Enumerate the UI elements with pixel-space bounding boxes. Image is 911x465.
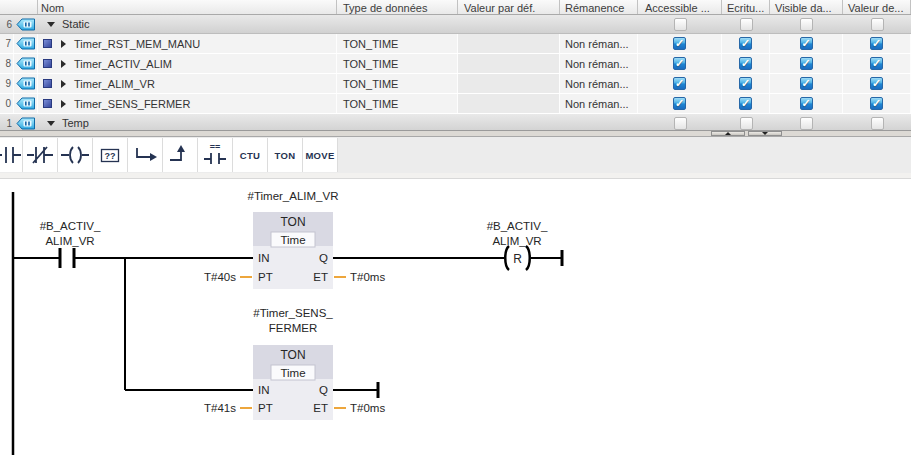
- checkbox-ecriture[interactable]: ✓: [739, 57, 752, 70]
- timer1-block[interactable]: TON Time IN Q PT ET: [253, 212, 333, 289]
- splitter-collapse-up-button[interactable]: [711, 131, 745, 136]
- tag-icon: [14, 94, 38, 113]
- checkbox-ecriture[interactable]: [740, 117, 753, 130]
- timer2-block[interactable]: TON Time IN Q PT ET: [253, 345, 333, 420]
- table-row-timer[interactable]: 0 Timer_SENS_FERMER TON_TIME Non réman..…: [0, 94, 911, 114]
- header-type[interactable]: Type de données: [337, 0, 458, 14]
- checkbox-ecriture[interactable]: ✓: [739, 77, 752, 90]
- contact-operand[interactable]: ALIM_VR: [45, 235, 94, 247]
- coil-operand[interactable]: ALIM_VR: [492, 235, 541, 247]
- checkbox-accessible[interactable]: ✓: [673, 37, 686, 50]
- timer2-pt-value[interactable]: T#41s: [204, 402, 236, 414]
- checkbox-valeur[interactable]: [871, 117, 884, 130]
- header-remanence[interactable]: Rémanence: [560, 0, 638, 14]
- insert-move-button[interactable]: MOVE: [303, 138, 338, 172]
- var-type[interactable]: TON_TIME: [337, 94, 458, 113]
- header-valeur-def[interactable]: Valeur par déf.: [458, 0, 560, 14]
- struct-icon: [43, 99, 52, 108]
- var-type[interactable]: TON_TIME: [337, 74, 458, 93]
- checkbox-accessible[interactable]: ✓: [673, 77, 686, 90]
- expand-icon[interactable]: [61, 100, 66, 108]
- var-name[interactable]: Timer_ACTIV_ALIM: [74, 58, 172, 70]
- checkbox-accessible[interactable]: [674, 117, 687, 130]
- insert-ton-button[interactable]: TON: [268, 138, 303, 172]
- coil-operand[interactable]: #B_ACTIV_: [487, 220, 548, 232]
- checkbox-valeur[interactable]: ✓: [870, 57, 883, 70]
- header-nom[interactable]: Nom: [38, 0, 337, 14]
- checkbox-valeur[interactable]: ✓: [870, 97, 883, 110]
- open-branch-button[interactable]: [128, 138, 163, 172]
- check-icon: ✓: [801, 38, 810, 48]
- header-valeur-de[interactable]: Valeur de...: [843, 0, 911, 14]
- timer2-et-value[interactable]: T#0ms: [350, 402, 385, 414]
- insert-no-contact-button[interactable]: [0, 138, 23, 172]
- check-icon: ✓: [801, 58, 810, 68]
- timer2-type: TON: [280, 348, 305, 362]
- var-type[interactable]: TON_TIME: [337, 34, 458, 53]
- table-row-timer[interactable]: 8 Timer_ACTIV_ALIM TON_TIME Non réman...…: [0, 54, 911, 74]
- pane-splitter[interactable]: [0, 130, 911, 137]
- var-name[interactable]: Timer_RST_MEM_MANU: [74, 38, 200, 50]
- insert-compare-contact-button[interactable]: ==: [198, 138, 233, 172]
- checkbox-ecriture[interactable]: [740, 18, 753, 31]
- checkbox-accessible[interactable]: ✓: [673, 57, 686, 70]
- insert-coil-button[interactable]: [58, 138, 93, 172]
- section-name: Static: [62, 18, 90, 30]
- timer2-time-type: Time: [280, 367, 305, 379]
- reset-coil[interactable]: R: [505, 246, 530, 270]
- contact-operand[interactable]: #B_ACTIV_: [40, 220, 101, 232]
- checkbox-accessible[interactable]: [674, 18, 687, 31]
- table-row-static[interactable]: 6 Static: [0, 15, 911, 34]
- checkbox-ecriture[interactable]: ✓: [739, 37, 752, 50]
- splitter-collapse-down-button[interactable]: [748, 131, 782, 136]
- checkbox-visible[interactable]: [800, 18, 813, 31]
- ladder-network-canvas[interactable]: #B_ACTIV_ ALIM_VR #Timer_ALIM_VR TON Tim…: [0, 179, 911, 465]
- header-visible[interactable]: Visible da...: [770, 0, 843, 14]
- expand-icon[interactable]: [61, 40, 66, 48]
- struct-icon: [43, 79, 52, 88]
- header-ecriture[interactable]: Ecritu...: [722, 0, 770, 14]
- timer1-et-value[interactable]: T#0ms: [350, 271, 385, 283]
- collapse-icon[interactable]: [47, 22, 55, 27]
- expand-icon[interactable]: [61, 60, 66, 68]
- collapse-icon[interactable]: [47, 121, 55, 126]
- arrow-down-icon: [762, 132, 768, 135]
- insert-ctu-button[interactable]: CTU: [233, 138, 268, 172]
- table-row-timer[interactable]: 7 Timer_RST_MEM_MANU TON_TIME Non réman.…: [0, 34, 911, 54]
- pin-q: Q: [319, 252, 328, 264]
- insert-empty-box-button[interactable]: ??: [93, 138, 128, 172]
- checkbox-visible[interactable]: ✓: [800, 77, 813, 90]
- no-contact[interactable]: [60, 248, 74, 268]
- checkbox-visible[interactable]: ✓: [800, 37, 813, 50]
- checkbox-visible[interactable]: [800, 117, 813, 130]
- table-row-timer[interactable]: 9 Timer_ALIM_VR TON_TIME Non réman... ✓ …: [0, 74, 911, 94]
- var-type[interactable]: TON_TIME: [337, 54, 458, 73]
- var-remanence[interactable]: Non réman...: [560, 54, 638, 73]
- checkbox-visible[interactable]: ✓: [800, 57, 813, 70]
- checkbox-accessible[interactable]: ✓: [673, 97, 686, 110]
- timer2-name[interactable]: FERMER: [269, 322, 318, 334]
- insert-nc-contact-button[interactable]: [23, 138, 58, 172]
- var-remanence[interactable]: Non réman...: [560, 94, 638, 113]
- var-remanence[interactable]: Non réman...: [560, 74, 638, 93]
- var-name[interactable]: Timer_ALIM_VR: [74, 78, 155, 90]
- timer1-name[interactable]: #Timer_ALIM_VR: [248, 190, 339, 202]
- header-rownum: [0, 0, 38, 14]
- svg-text:==: ==: [210, 142, 221, 152]
- close-branch-button[interactable]: [163, 138, 198, 172]
- var-remanence[interactable]: Non réman...: [560, 34, 638, 53]
- var-name[interactable]: Timer_SENS_FERMER: [74, 98, 190, 110]
- timer1-pt-value[interactable]: T#40s: [204, 271, 236, 283]
- nc-contact-icon: [26, 141, 54, 169]
- checkbox-valeur[interactable]: [871, 18, 884, 31]
- checkbox-valeur[interactable]: ✓: [870, 37, 883, 50]
- header-accessible[interactable]: Accessible ...: [638, 0, 722, 14]
- tag-icon: [14, 74, 38, 93]
- pin-et: ET: [313, 271, 328, 283]
- timer2-name[interactable]: #Timer_SENS_: [253, 307, 333, 319]
- expand-icon[interactable]: [61, 80, 66, 88]
- checkbox-valeur[interactable]: ✓: [870, 77, 883, 90]
- check-icon: ✓: [675, 78, 684, 88]
- checkbox-ecriture[interactable]: ✓: [739, 97, 752, 110]
- checkbox-visible[interactable]: ✓: [800, 97, 813, 110]
